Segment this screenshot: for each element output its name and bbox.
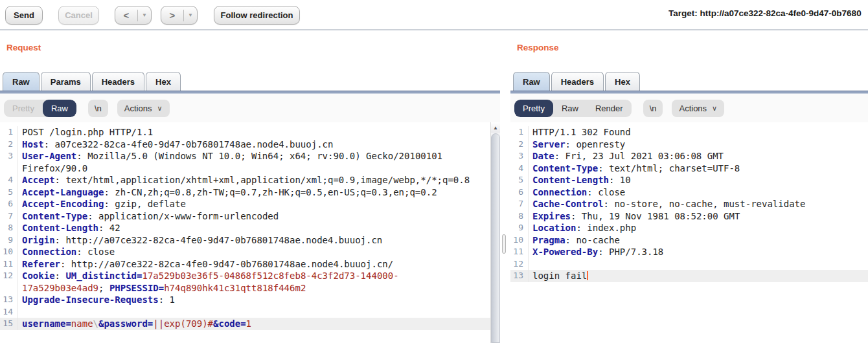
- line-text: [22, 306, 477, 318]
- code-line: 4Accept: text/html,application/xhtml+xml…: [0, 174, 490, 186]
- request-title: Request: [6, 43, 41, 52]
- request-scrollbar-thumb[interactable]: [491, 133, 500, 343]
- request-tabs: RawParamsHeadersHex: [3, 72, 182, 91]
- line-number: 12: [510, 258, 529, 271]
- code-line: 9Origin: http://a07ce322-82ca-4fe0-9d47-…: [0, 234, 490, 247]
- line-text: Content-Type: text/html; charset=UTF-8: [532, 162, 868, 175]
- line-text: Connection: close: [22, 246, 477, 258]
- code-line: 13login fail: [510, 270, 868, 282]
- line-number: 13: [0, 294, 18, 306]
- scroll-up-button[interactable]: ▲: [491, 122, 500, 133]
- forward-dropdown-icon[interactable]: ▼: [184, 12, 197, 18]
- code-line: 2Server: openresty: [510, 138, 868, 151]
- line-text: Accept-Language: zh-CN,zh;q=0.8,zh-TW;q=…: [22, 186, 477, 199]
- line-number: 7: [510, 198, 529, 210]
- line-text: Upgrade-Insecure-Requests: 1: [22, 294, 477, 306]
- code-line: 4Content-Type: text/html; charset=UTF-8: [510, 162, 868, 175]
- line-number: 2: [0, 138, 18, 151]
- code-line: 12: [510, 258, 868, 271]
- code-line: 1HTTP/1.1 302 Found: [510, 126, 868, 138]
- target-label: Target: http://a07ce322-82ca-4fe0-9d47-0…: [668, 8, 868, 21]
- cancel-button[interactable]: Cancel: [58, 6, 99, 25]
- newline-toggle-button[interactable]: \n: [643, 100, 663, 117]
- response-view-toolbar: PrettyRawRender \n Actions ∨: [510, 94, 868, 122]
- code-line: 13Upgrade-Insecure-Requests: 1: [0, 294, 490, 306]
- send-button[interactable]: Send: [5, 6, 43, 25]
- line-number: 6: [510, 186, 529, 199]
- request-scrollbar[interactable]: ▲: [490, 122, 500, 343]
- tab-headers[interactable]: Headers: [92, 72, 144, 91]
- line-number: 8: [510, 210, 529, 223]
- code-line: 6Connection: close: [510, 186, 868, 199]
- code-line: 2Host: a07ce322-82ca-4fe0-9d47-0b7680174…: [0, 138, 490, 151]
- back-history-button[interactable]: < ▼: [115, 6, 152, 25]
- code-line: 8Expires: Thu, 19 Nov 1981 08:52:00 GMT: [510, 210, 868, 223]
- line-text: Content-Length: 42: [22, 222, 477, 234]
- line-text: Origin: http://a07ce322-82ca-4fe0-9d47-0…: [22, 234, 477, 247]
- line-number: 4: [510, 162, 529, 175]
- line-text: Accept-Encoding: gzip, deflate: [22, 198, 477, 210]
- request-actions-button[interactable]: Actions ∨: [117, 100, 170, 117]
- line-text: Date: Fri, 23 Jul 2021 03:06:08 GMT: [532, 150, 868, 162]
- line-number: 3: [510, 150, 529, 162]
- line-text: Host: a07ce322-82ca-4fe0-9d47-0b76801748…: [22, 138, 477, 151]
- line-number: 9: [0, 234, 18, 247]
- line-number: 9: [510, 222, 529, 234]
- forward-history-button[interactable]: > ▼: [161, 6, 198, 25]
- line-text: User-Agent: Mozilla/5.0 (Windows NT 10.0…: [22, 150, 477, 174]
- view-mode-pretty[interactable]: Pretty: [514, 100, 553, 117]
- line-text: Cookie: UM_distinctid=17a529b03e36f5-048…: [22, 270, 477, 294]
- code-line: 1POST /login.php HTTP/1.1: [0, 126, 490, 138]
- view-mode-pretty[interactable]: Pretty: [4, 100, 43, 117]
- response-editor[interactable]: 1HTTP/1.1 302 Found2Server: openresty3Da…: [510, 122, 868, 343]
- request-view-mode-switch: PrettyRaw: [4, 100, 76, 117]
- line-text: Content-Length: 10: [532, 174, 868, 186]
- line-text: Expires: Thu, 19 Nov 1981 08:52:00 GMT: [532, 210, 868, 223]
- line-text: Referer: http://a07ce322-82ca-4fe0-9d47-…: [22, 258, 477, 271]
- line-number: 12: [0, 270, 18, 294]
- line-text: Accept: text/html,application/xhtml+xml,…: [22, 174, 477, 186]
- view-mode-raw[interactable]: Raw: [43, 100, 76, 117]
- follow-redirection-button[interactable]: Follow redirection: [214, 6, 300, 25]
- code-line: 11X-Powered-By: PHP/7.3.18: [510, 246, 868, 258]
- line-text: Location: index.php: [532, 222, 868, 234]
- line-number: 13: [510, 270, 529, 282]
- code-line: 7Cache-Control: no-store, no-cache, must…: [510, 198, 868, 210]
- code-line: 15username=name\&password=||exp(709)#&co…: [0, 318, 490, 330]
- line-number: 10: [510, 234, 529, 247]
- splitter-grip-icon[interactable]: [502, 234, 506, 254]
- line-text: [532, 258, 868, 271]
- repeater-toolbar: Send Cancel < ▼ > ▼ Follow redirection T…: [0, 0, 868, 30]
- view-mode-raw[interactable]: Raw: [553, 100, 587, 117]
- tab-params[interactable]: Params: [41, 72, 91, 91]
- tab-hex[interactable]: Hex: [146, 72, 181, 91]
- line-number: 5: [0, 186, 18, 199]
- line-text: POST /login.php HTTP/1.1: [22, 126, 477, 138]
- line-number: 2: [510, 138, 529, 151]
- code-line: 12Cookie: UM_distinctid=17a529b03e36f5-0…: [0, 270, 490, 294]
- panel-splitter[interactable]: [500, 30, 510, 343]
- chevron-down-icon: ∨: [712, 104, 717, 113]
- request-editor[interactable]: 1POST /login.php HTTP/1.12Host: a07ce322…: [0, 122, 490, 343]
- newline-toggle-button[interactable]: \n: [88, 100, 108, 117]
- triangle-up-icon: ▲: [493, 125, 498, 131]
- tab-hex[interactable]: Hex: [605, 72, 640, 91]
- line-number: 8: [0, 222, 18, 234]
- back-arrow-icon: <: [115, 10, 137, 21]
- request-view-toolbar: PrettyRaw \n Actions ∨: [0, 94, 500, 122]
- back-dropdown-icon[interactable]: ▼: [138, 12, 151, 18]
- line-text: Connection: close: [532, 186, 868, 199]
- text-cursor: [587, 271, 588, 280]
- line-number: 4: [0, 174, 18, 186]
- forward-arrow-icon: >: [161, 10, 183, 21]
- tab-headers[interactable]: Headers: [551, 72, 604, 91]
- code-line: 10Connection: close: [0, 246, 490, 258]
- view-mode-render[interactable]: Render: [587, 100, 632, 117]
- line-text: X-Powered-By: PHP/7.3.18: [532, 246, 868, 258]
- line-number: 11: [0, 258, 18, 271]
- tab-raw[interactable]: Raw: [3, 72, 40, 91]
- line-number: 7: [0, 210, 18, 223]
- tab-raw[interactable]: Raw: [513, 72, 550, 91]
- response-actions-button[interactable]: Actions ∨: [672, 100, 724, 117]
- response-tabs: RawHeadersHex: [513, 72, 641, 91]
